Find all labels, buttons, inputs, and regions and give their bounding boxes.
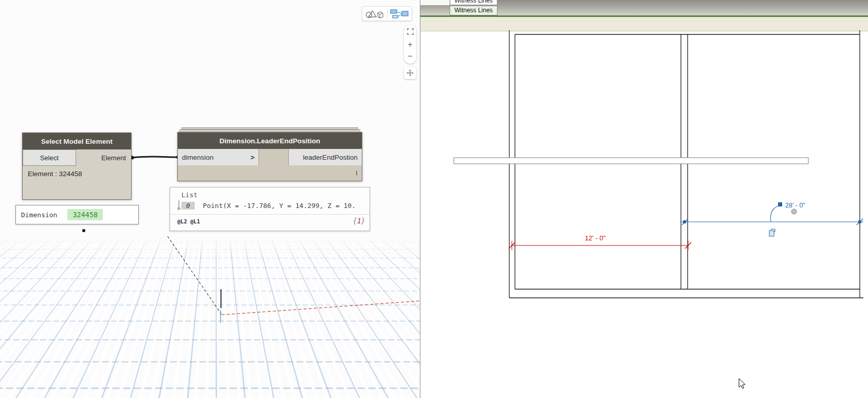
dimension-grip-right[interactable] (858, 220, 861, 223)
application-window: + − Select Model Element Select Element … (0, 0, 868, 398)
red-dimension[interactable] (509, 241, 691, 250)
selected-dimension-value[interactable]: 28' - 0" (785, 202, 805, 209)
dimension-drag-dot[interactable] (791, 209, 797, 214)
beam-element[interactable] (454, 158, 808, 164)
dimension-text-grip[interactable] (778, 202, 782, 206)
dimension-grip-left[interactable] (683, 220, 686, 223)
dimension-edit-icon[interactable] (769, 229, 775, 236)
red-dimension-value[interactable]: 12' - 0" (585, 234, 605, 242)
drawing-layer (0, 0, 868, 398)
selected-dimension[interactable] (681, 205, 863, 225)
mouse-cursor (739, 378, 745, 388)
